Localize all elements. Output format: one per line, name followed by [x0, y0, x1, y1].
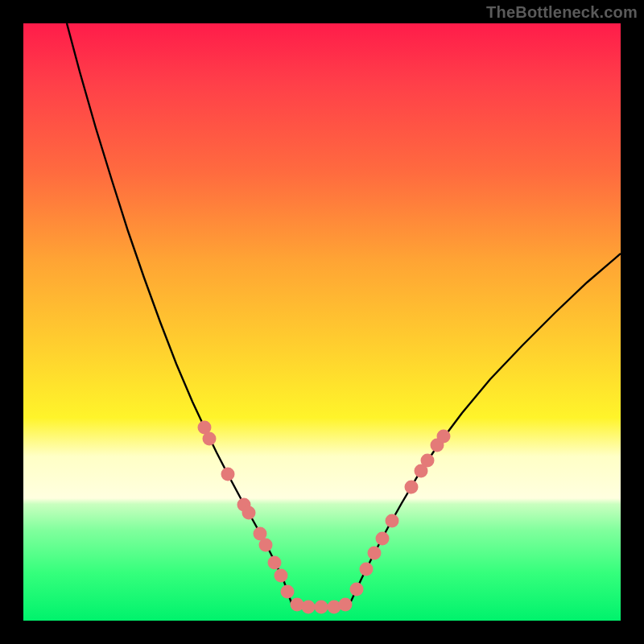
gradient-plot-area: [23, 23, 621, 621]
curve-dot: [259, 539, 273, 552]
curve-dot: [291, 598, 304, 612]
curve-dot: [315, 601, 328, 614]
curve-dot: [386, 514, 399, 528]
curve-dot: [198, 421, 212, 435]
curve-dot: [268, 556, 282, 570]
curve-dot: [376, 532, 390, 546]
curve-dot: [368, 547, 382, 560]
curve-dot: [221, 468, 235, 481]
curve-dot: [360, 563, 374, 576]
curve-dot: [242, 506, 256, 520]
curve-dot: [328, 601, 341, 614]
curve-dot: [254, 527, 267, 541]
curve-dot: [237, 498, 251, 512]
curve-dot: [275, 569, 288, 583]
curve-dot: [302, 601, 316, 614]
curve-dot: [437, 430, 451, 444]
curve-dot: [203, 432, 217, 446]
curve-dot: [421, 454, 435, 468]
watermark-text: TheBottleneck.com: [486, 3, 638, 22]
curve-dot: [415, 464, 428, 478]
chart-canvas: TheBottleneck.com: [0, 0, 644, 644]
curve-dot: [350, 583, 364, 597]
curve-markers: [198, 421, 451, 614]
curve-dot: [281, 585, 295, 599]
curve-overlay: [23, 23, 621, 621]
curve-dot: [339, 598, 353, 612]
curve-dot: [431, 439, 444, 452]
curve-dot: [405, 481, 419, 494]
bottleneck-curve: [67, 23, 621, 607]
